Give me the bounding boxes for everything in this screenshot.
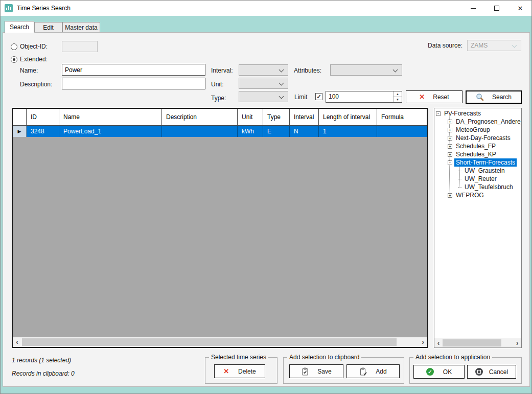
grid-header-length-of-interval[interactable]: Length of interval: [319, 109, 377, 125]
tree-item-short-term-forecasts[interactable]: - Short-Term-Forecasts: [435, 158, 521, 167]
cancel-button-label: Cancel: [489, 368, 508, 376]
tree-item-label[interactable]: Schedules_FP: [454, 142, 497, 150]
spinner-up-button[interactable]: ▲: [394, 91, 402, 97]
cell-description[interactable]: [162, 126, 238, 137]
unit-combobox[interactable]: [239, 78, 288, 89]
object-id-field[interactable]: [62, 41, 98, 52]
scroll-right-icon[interactable]: ›: [513, 338, 521, 347]
name-input[interactable]: [62, 64, 205, 76]
tree-item-pv-forecasts[interactable]: - PV-Forecasts: [435, 109, 521, 118]
description-label: Description:: [20, 81, 52, 88]
grid-header-name[interactable]: Name: [59, 109, 162, 125]
tree-horizontal-scrollbar[interactable]: ‹ ›: [434, 338, 521, 347]
scroll-left-icon[interactable]: ‹: [434, 338, 443, 347]
object-id-radio[interactable]: [11, 43, 17, 50]
grid-scrollbar-thumb[interactable]: [22, 338, 397, 346]
tree-item-label[interactable]: WEPROG: [454, 191, 485, 199]
window-title: Time Series Search: [17, 5, 71, 12]
data-source-combobox[interactable]: ZAMS: [467, 40, 521, 51]
tree-item-label[interactable]: MeteoGroup: [454, 126, 492, 134]
tree-item-label[interactable]: UW_Graustein: [463, 167, 506, 175]
attributes-combobox[interactable]: [330, 64, 402, 76]
tree-item-uw-reuter[interactable]: UW_Reuter: [435, 175, 521, 183]
limit-value[interactable]: 100: [329, 93, 339, 100]
tree-item-meteogroup[interactable]: + MeteoGroup: [435, 126, 521, 134]
grid-header-id[interactable]: ID: [27, 109, 59, 125]
tree-item-schedules-fp[interactable]: + Schedules_FP: [435, 142, 521, 150]
tab-edit[interactable]: Edit: [34, 22, 62, 32]
row-selector-cell[interactable]: ▶: [13, 126, 27, 137]
grid-header-unit[interactable]: Unit: [238, 109, 263, 125]
tree-item-label[interactable]: PV-Forecasts: [443, 109, 482, 118]
arrow-up-icon: ▲: [396, 92, 399, 96]
tree-item-label[interactable]: Schedules_KP: [454, 150, 498, 158]
results-grid: ID Name Description Unit Type Interval L…: [12, 108, 428, 348]
delete-button[interactable]: ✕ Delete: [214, 364, 265, 378]
cell-name[interactable]: PowerLoad_1: [59, 126, 162, 137]
tree-expand-icon[interactable]: +: [448, 144, 452, 149]
tree-item-uw-graustein[interactable]: UW_Graustein: [435, 167, 521, 175]
cell-unit[interactable]: kWh: [238, 126, 263, 137]
scroll-left-icon[interactable]: ‹: [13, 337, 21, 347]
tree-item-label[interactable]: UW_Reuter: [463, 175, 498, 183]
delete-x-icon: ✕: [223, 368, 229, 375]
grid-header-formula[interactable]: Formula: [377, 109, 427, 125]
save-button-label: Save: [317, 368, 331, 375]
tree-expand-icon[interactable]: +: [448, 152, 452, 157]
cell-formula[interactable]: [377, 126, 427, 137]
tree-item-label[interactable]: UW_Teufelsbruch: [463, 183, 515, 191]
selected-time-series-group-label: Selected time series: [209, 354, 268, 361]
grid-header-interval[interactable]: Interval: [290, 109, 319, 125]
add-button[interactable]: Add: [346, 364, 400, 378]
cell-id[interactable]: 3248: [27, 126, 59, 137]
delete-button-label: Delete: [238, 368, 256, 375]
save-button[interactable]: Save: [289, 364, 343, 378]
interval-combobox[interactable]: [239, 64, 288, 76]
grid-header-selector[interactable]: [13, 109, 27, 125]
tree-item-label[interactable]: Next-Day-Forecasts: [454, 134, 512, 142]
tree-item-label-selected[interactable]: Short-Term-Forecasts: [454, 158, 517, 167]
grid-header-type[interactable]: Type: [263, 109, 290, 125]
tree-item-uw-teufelsbruch[interactable]: UW_Teufelsbruch: [435, 183, 521, 191]
cell-length-of-interval[interactable]: 1: [319, 126, 377, 137]
ok-button[interactable]: ✓ OK: [413, 365, 465, 379]
scroll-right-icon[interactable]: ›: [419, 337, 427, 347]
tree-collapse-icon[interactable]: -: [448, 160, 452, 165]
ok-check-icon: ✓: [426, 368, 434, 376]
chevron-down-icon: [279, 94, 284, 99]
tree-expand-icon[interactable]: +: [448, 136, 452, 141]
spinner-down-button[interactable]: ▼: [394, 97, 402, 102]
grid-header-description[interactable]: Description: [162, 109, 238, 125]
reset-button[interactable]: ✕ Reset: [406, 90, 462, 103]
tree-expand-icon[interactable]: +: [448, 128, 452, 132]
tree-collapse-icon[interactable]: -: [436, 111, 441, 116]
tree-scrollbar-thumb[interactable]: [443, 339, 501, 346]
tree-item-weprog[interactable]: + WEPROG: [435, 191, 521, 199]
type-combobox[interactable]: [239, 91, 288, 102]
tab-search[interactable]: Search: [5, 21, 34, 33]
cancel-button[interactable]: Cancel: [467, 365, 516, 379]
cell-type[interactable]: E: [263, 126, 290, 137]
description-input[interactable]: [62, 78, 205, 89]
limit-checkbox[interactable]: ✓: [315, 93, 322, 100]
minimize-button[interactable]: [461, 1, 485, 16]
maximize-button[interactable]: [485, 1, 508, 16]
tree-expand-icon[interactable]: +: [448, 120, 452, 124]
grid-row-selected[interactable]: ▶ 3248 PowerLoad_1 kWh E N 1: [13, 126, 427, 137]
cell-interval[interactable]: N: [290, 126, 319, 137]
tree-item-schedules-kp[interactable]: + Schedules_KP: [435, 150, 521, 158]
type-label: Type:: [211, 95, 226, 102]
tree-item-da-prognosen[interactable]: + DA_Prognosen_Andere_: [435, 118, 521, 126]
tree-item-next-day-forecasts[interactable]: + Next-Day-Forecasts: [435, 134, 521, 142]
titlebar: Time Series Search ✕: [1, 1, 531, 16]
tab-master-data[interactable]: Master data: [62, 22, 100, 32]
tree-expand-icon[interactable]: +: [448, 193, 452, 198]
chevron-down-icon: [393, 67, 398, 73]
search-button[interactable]: Search: [466, 90, 522, 104]
tree-item-label[interactable]: DA_Prognosen_Andere_: [454, 118, 521, 126]
cancel-stop-icon: [475, 368, 483, 376]
limit-spinner[interactable]: 100 ▲ ▼: [326, 91, 402, 103]
extended-radio[interactable]: [11, 56, 17, 63]
close-button[interactable]: ✕: [508, 1, 532, 16]
grid-horizontal-scrollbar[interactable]: ‹ ›: [13, 337, 427, 347]
